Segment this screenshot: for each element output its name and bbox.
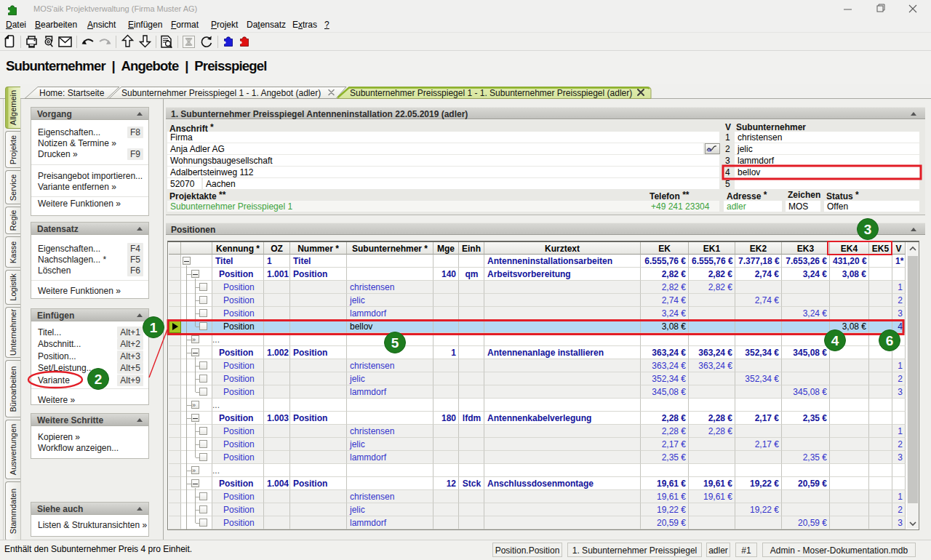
svg-text:Home: Startseite: Home: Startseite bbox=[39, 88, 105, 98]
svg-text:Subunternehmer Preisspiegel 1: Subunternehmer Preisspiegel 1 - 1. Angeb… bbox=[121, 88, 321, 98]
svg-text:Subunternehmer Preisspiegel 1: Subunternehmer Preisspiegel 1 - 1. Subun… bbox=[350, 88, 632, 98]
